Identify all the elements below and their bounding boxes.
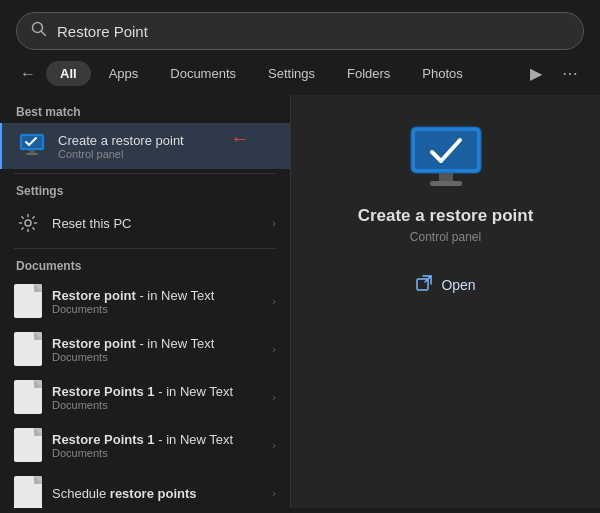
left-panel: Best match Create a restore point Contro… — [0, 95, 290, 508]
chevron-icon: › — [272, 217, 276, 229]
doc-item-1-title-bold: Restore point — [52, 288, 136, 303]
doc-item-5-title: Schedule restore points — [52, 486, 262, 501]
best-match-item-title: Create a restore point — [58, 133, 276, 148]
svg-rect-8 — [415, 131, 477, 169]
svg-rect-5 — [26, 153, 38, 155]
doc-item-5-title-prefix: Schedule — [52, 486, 110, 501]
doc-item-4[interactable]: Restore Points 1 - in New Text Documents… — [0, 421, 290, 469]
tab-documents[interactable]: Documents — [156, 61, 250, 86]
chevron-icon: › — [272, 343, 276, 355]
tab-photos[interactable]: Photos — [408, 61, 476, 86]
documents-label: Documents — [0, 253, 290, 277]
doc-item-3-title-bold: Restore Points 1 — [52, 384, 155, 399]
doc-item-2-title-bold: Restore point — [52, 336, 136, 351]
control-panel-icon — [16, 130, 48, 162]
svg-rect-10 — [430, 181, 462, 186]
doc-item-4-title-rest: - in New Text — [155, 432, 234, 447]
doc-item-4-title: Restore Points 1 - in New Text — [52, 432, 262, 447]
right-panel: Create a restore point Control panel Ope… — [290, 95, 600, 508]
doc-item-2-title: Restore point - in New Text — [52, 336, 262, 351]
doc-item-5-title-bold: restore points — [110, 486, 197, 501]
doc-item-3-text: Restore Points 1 - in New Text Documents — [52, 384, 262, 411]
doc-item-1-title-rest: - in New Text — [136, 288, 215, 303]
chevron-icon: › — [272, 295, 276, 307]
chevron-icon: › — [272, 439, 276, 451]
tab-folders[interactable]: Folders — [333, 61, 404, 86]
document-icon — [14, 476, 42, 508]
doc-item-5[interactable]: Schedule restore points › — [0, 469, 290, 508]
doc-item-2-subtitle: Documents — [52, 351, 262, 363]
doc-item-3-subtitle: Documents — [52, 399, 262, 411]
document-icon — [14, 332, 42, 366]
best-match-item-text: Create a restore point Control panel — [58, 133, 276, 160]
doc-item-2-text: Restore point - in New Text Documents — [52, 336, 262, 363]
doc-item-3-title-rest: - in New Text — [155, 384, 234, 399]
doc-item-1[interactable]: Restore point - in New Text Documents › — [0, 277, 290, 325]
main-layout: Best match Create a restore point Contro… — [0, 95, 600, 508]
svg-rect-4 — [29, 150, 35, 153]
doc-item-4-title-bold: Restore Points 1 — [52, 432, 155, 447]
best-match-item-create-restore-point[interactable]: Create a restore point Control panel ← — [0, 123, 290, 169]
external-link-icon — [415, 274, 433, 296]
filter-tabs: ← All Apps Documents Settings Folders Ph… — [0, 60, 600, 95]
doc-item-4-text: Restore Points 1 - in New Text Documents — [52, 432, 262, 459]
document-icon — [14, 428, 42, 462]
doc-item-3-title: Restore Points 1 - in New Text — [52, 384, 262, 399]
more-options-button[interactable]: ⋯ — [554, 60, 586, 87]
detail-title: Create a restore point — [358, 206, 534, 226]
chevron-icon: › — [272, 391, 276, 403]
doc-item-4-subtitle: Documents — [52, 447, 262, 459]
chevron-icon: › — [272, 487, 276, 499]
doc-item-1-subtitle: Documents — [52, 303, 262, 315]
document-icon — [14, 380, 42, 414]
play-button[interactable]: ▶ — [522, 60, 550, 87]
divider-1 — [14, 173, 276, 174]
detail-subtitle: Control panel — [410, 230, 481, 244]
document-icon — [14, 284, 42, 318]
settings-item-title: Reset this PC — [52, 216, 262, 231]
detail-icon — [406, 125, 486, 190]
search-icon — [31, 21, 47, 41]
settings-label: Settings — [0, 178, 290, 202]
open-button[interactable]: Open — [405, 268, 485, 302]
open-label: Open — [441, 277, 475, 293]
doc-item-3[interactable]: Restore Points 1 - in New Text Documents… — [0, 373, 290, 421]
doc-item-2[interactable]: Restore point - in New Text Documents › — [0, 325, 290, 373]
doc-item-1-title: Restore point - in New Text — [52, 288, 262, 303]
tab-all[interactable]: All — [46, 61, 91, 86]
back-button[interactable]: ← — [14, 61, 42, 87]
svg-rect-9 — [439, 173, 453, 181]
doc-item-5-text: Schedule restore points — [52, 486, 262, 501]
best-match-label: Best match — [0, 99, 290, 123]
divider-2 — [14, 248, 276, 249]
svg-line-1 — [42, 32, 46, 36]
svg-point-6 — [25, 220, 31, 226]
settings-item-reset-pc[interactable]: Reset this PC › — [0, 202, 290, 244]
tab-settings[interactable]: Settings — [254, 61, 329, 86]
gear-icon — [14, 209, 42, 237]
tab-apps[interactable]: Apps — [95, 61, 153, 86]
search-bar — [16, 12, 584, 50]
settings-item-text: Reset this PC — [52, 216, 262, 231]
doc-item-2-title-rest: - in New Text — [136, 336, 215, 351]
doc-item-1-text: Restore point - in New Text Documents — [52, 288, 262, 315]
search-input[interactable] — [57, 23, 569, 40]
best-match-item-subtitle: Control panel — [58, 148, 276, 160]
